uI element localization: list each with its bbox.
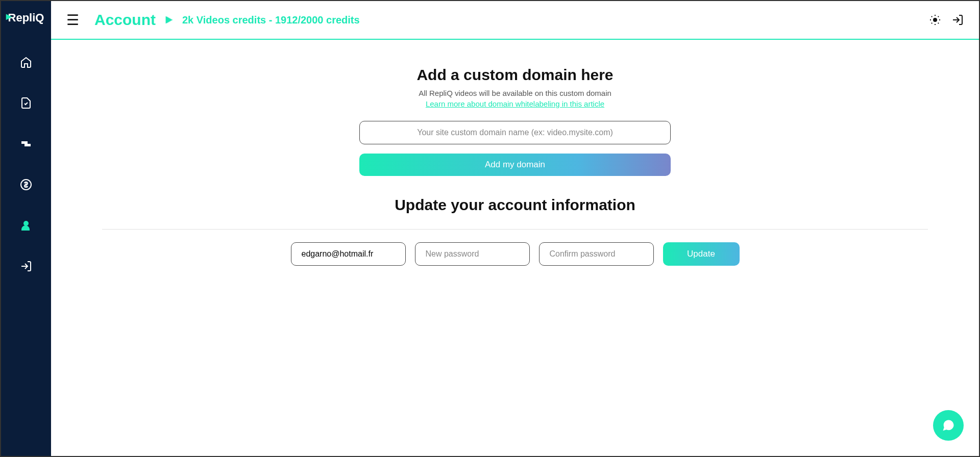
main-content: Add a custom domain here All RepliQ vide…: [51, 41, 979, 456]
domain-section: Add a custom domain here All RepliQ vide…: [102, 66, 928, 176]
section-divider: [102, 229, 928, 230]
update-button[interactable]: Update: [663, 242, 740, 266]
account-section: Update your account information Update: [102, 196, 928, 266]
sidebar-account-icon[interactable]: [14, 213, 38, 238]
hamburger-menu-icon[interactable]: ☰: [66, 12, 79, 29]
sidebar-billing-icon[interactable]: [14, 172, 38, 197]
header-logout-icon[interactable]: [951, 14, 964, 26]
chat-widget-icon[interactable]: [933, 410, 964, 441]
svg-point-3: [24, 221, 28, 225]
new-password-input[interactable]: [415, 242, 530, 266]
sidebar-steps-icon[interactable]: [14, 132, 38, 156]
credits-label: 2k Videos credits - 1912/2000 credits: [182, 14, 360, 26]
confirm-password-input[interactable]: [539, 242, 654, 266]
svg-rect-1: [25, 144, 30, 146]
sidebar: ▶ RepliQ: [1, 1, 51, 456]
header: ☰ Account 2k Videos credits - 1912/2000 …: [51, 1, 979, 40]
brand-logo[interactable]: ▶ RepliQ: [8, 11, 44, 24]
svg-rect-0: [22, 142, 27, 143]
sidebar-logout-icon[interactable]: [14, 254, 38, 278]
account-section-title: Update your account information: [102, 196, 928, 214]
domain-learn-more-link[interactable]: Learn more about domain whitelabeling in…: [426, 99, 604, 108]
account-form-row: Update: [102, 242, 928, 266]
page-title: Account: [94, 11, 156, 29]
play-icon: [163, 14, 175, 26]
sidebar-document-icon[interactable]: [14, 91, 38, 115]
domain-input[interactable]: [359, 121, 671, 144]
domain-section-subtitle: All RepliQ videos will be available on t…: [102, 89, 928, 97]
email-input[interactable]: [291, 242, 406, 266]
sidebar-home-icon[interactable]: [14, 50, 38, 74]
domain-section-title: Add a custom domain here: [102, 66, 928, 84]
add-domain-button[interactable]: Add my domain: [359, 154, 671, 176]
svg-point-4: [933, 18, 937, 22]
theme-toggle-icon[interactable]: [929, 14, 941, 26]
